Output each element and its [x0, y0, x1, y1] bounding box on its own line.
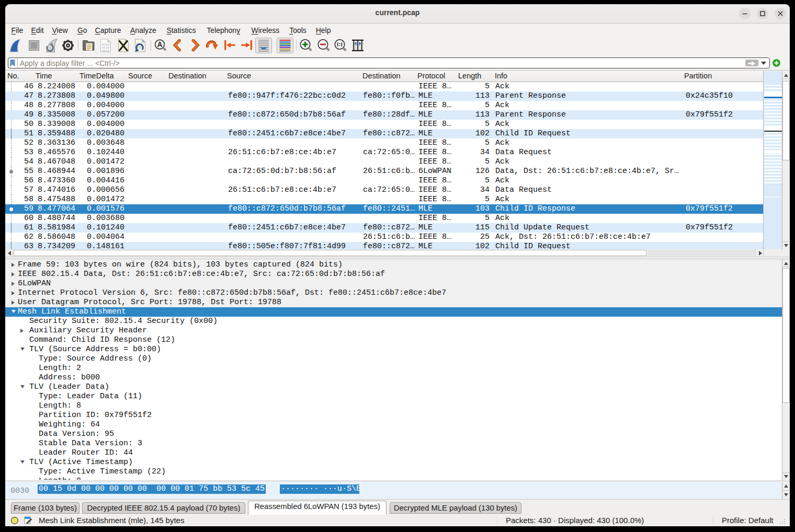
svg-text:A: A — [157, 40, 162, 49]
svg-text:0111: 0111 — [102, 49, 110, 52]
